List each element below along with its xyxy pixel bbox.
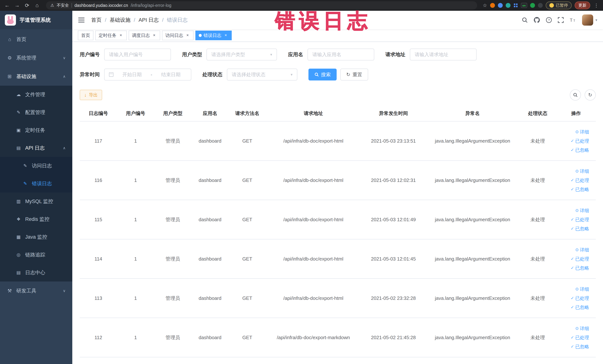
github-icon[interactable] xyxy=(533,17,540,23)
refresh-icon: ↻ xyxy=(588,92,592,98)
tab-error-logs[interactable]: 错误日志 × xyxy=(195,31,232,40)
gear-icon: ⚙ xyxy=(7,55,13,61)
back-icon[interactable]: ← xyxy=(4,2,10,8)
detail-link[interactable]: ⊙详细 xyxy=(575,208,589,214)
tab-access-logs[interactable]: 访问日志 × xyxy=(162,31,194,40)
help-icon[interactable]: ? xyxy=(546,17,552,23)
mark-processed-link[interactable]: ✓已处理 xyxy=(571,177,589,183)
extension-on-badge[interactable]: on xyxy=(521,3,527,8)
user-menu[interactable]: ▾ xyxy=(582,14,597,26)
sidebar-item-label: 配置管理 xyxy=(25,109,45,116)
detail-link[interactable]: ⊙详细 xyxy=(575,129,589,135)
mark-ignored-link[interactable]: ✓已忽略 xyxy=(571,147,589,153)
breadcrumb-item[interactable]: 首页 xyxy=(91,16,102,23)
extension-icon-teal[interactable] xyxy=(506,3,510,8)
cell-log-id: 117 xyxy=(80,121,117,161)
mark-processed-link[interactable]: ✓已处理 xyxy=(571,295,589,301)
export-button[interactable]: ↓ 导出 xyxy=(80,90,102,100)
request-url-input[interactable] xyxy=(410,48,476,60)
detail-link[interactable]: ⊙详细 xyxy=(575,286,589,292)
sidebar-item-label: 链路追踪 xyxy=(25,251,45,258)
user-id-input[interactable] xyxy=(104,48,171,60)
sidebar-item-error-logs[interactable]: ✎ 错误日志 xyxy=(0,175,72,192)
check-icon: ✓ xyxy=(571,148,574,152)
sidebar-item-dev-tools[interactable]: ⚒ 研发工具 ∨ xyxy=(0,282,72,300)
font-size-icon[interactable]: TT xyxy=(569,17,577,23)
active-tab-dot xyxy=(199,34,202,37)
toggle-search-button[interactable] xyxy=(570,89,581,101)
paused-chip-label: 已暂停 xyxy=(556,3,568,8)
check-icon: ✓ xyxy=(571,266,574,270)
mark-processed-link[interactable]: ✓已处理 xyxy=(571,256,589,262)
detail-link[interactable]: ⊙详细 xyxy=(575,247,589,253)
forward-icon[interactable]: → xyxy=(14,2,20,8)
user-id-field[interactable] xyxy=(109,52,166,58)
browser-home-icon[interactable]: ⌂ xyxy=(34,2,40,8)
search-icon[interactable] xyxy=(522,17,528,23)
tab-home[interactable]: 首页 xyxy=(78,31,93,40)
sidebar-item-redis-monitor[interactable]: ❖ Redis 监控 xyxy=(0,210,72,228)
sidebar-item-file-management[interactable]: ☁ 文件管理 xyxy=(0,86,72,104)
browser-menu-icon[interactable]: ⋮ xyxy=(593,3,600,8)
sidebar-item-infrastructure[interactable]: ⊞ 基础设施 ∧ xyxy=(0,67,72,86)
detail-link[interactable]: ⊙详细 xyxy=(575,325,589,331)
sidebar-item-link-tracing[interactable]: ◎ 链路追踪 xyxy=(0,246,72,264)
fullscreen-icon[interactable] xyxy=(557,17,564,23)
breadcrumb-item[interactable]: 基础设施 xyxy=(110,16,130,23)
mark-ignored-link[interactable]: ✓已忽略 xyxy=(571,304,589,310)
sidebar-item-system-management[interactable]: ⚙ 系统管理 ∨ xyxy=(0,48,72,67)
close-icon[interactable]: × xyxy=(152,33,157,38)
detail-link[interactable]: ⊙详细 xyxy=(575,168,589,174)
reload-icon[interactable]: ⟳ xyxy=(24,2,30,9)
mark-processed-link[interactable]: ✓已处理 xyxy=(571,217,589,223)
search-button[interactable]: 搜索 xyxy=(308,69,337,81)
mark-ignored-link[interactable]: ✓已忽略 xyxy=(571,344,589,350)
extension-icon-green[interactable] xyxy=(530,3,535,8)
sidebar-logo[interactable]: 芋道管理系统 xyxy=(0,11,72,29)
table-row: 113 1 管理员 dashboard GET /api/infra/db-do… xyxy=(80,279,596,318)
reset-button[interactable]: ↻ 重置 xyxy=(340,69,368,81)
hamburger-icon[interactable] xyxy=(78,18,84,23)
user-type-select[interactable]: 请选择用户类型 ▾ xyxy=(207,48,277,60)
mark-ignored-link[interactable]: ✓已忽略 xyxy=(571,226,589,232)
mark-processed-link[interactable]: ✓已处理 xyxy=(571,335,589,341)
sidebar-item-access-logs[interactable]: ✎ 访问日志 xyxy=(0,157,72,175)
cell-user-id: 1 xyxy=(117,161,154,200)
close-icon[interactable]: × xyxy=(223,33,228,38)
bookmark-star-icon[interactable]: ☆ xyxy=(483,3,487,8)
sidebar-item-java-monitor[interactable]: ▦ Java 监控 xyxy=(0,228,72,246)
sidebar-item-home[interactable]: ⌂ 首页 xyxy=(0,30,72,48)
col-header-exception: 异常名 xyxy=(426,106,519,121)
request-url-field[interactable] xyxy=(415,52,472,58)
address-bar[interactable]: ⚠ 不安全 dashboard.yudao.iocoder.cn/infra/l… xyxy=(46,1,477,10)
sidebar-item-config-management[interactable]: ✎ 配置管理 xyxy=(0,104,72,121)
tab-schedule-logs[interactable]: 调度日志 × xyxy=(129,31,160,40)
date-range-picker[interactable]: 开始日期 - 结束日期 xyxy=(104,69,191,81)
col-header-method: 请求方法名 xyxy=(229,106,266,121)
extension-icon-grid[interactable] xyxy=(513,3,518,8)
process-status-select[interactable]: 请选择处理状态 ▾ xyxy=(227,69,297,81)
refresh-table-button[interactable]: ↻ xyxy=(585,89,596,101)
sidebar-item-mysql-monitor[interactable]: ▥ MySQL 监控 xyxy=(0,192,72,210)
sidebar-item-label: Java 监控 xyxy=(25,234,47,240)
sidebar-item-scheduled-tasks[interactable]: ▣ 定时任务 xyxy=(0,121,72,139)
close-icon[interactable]: × xyxy=(185,33,190,38)
update-button[interactable]: 更新 xyxy=(575,1,590,9)
close-icon[interactable]: × xyxy=(118,33,123,38)
mark-ignored-link[interactable]: ✓已忽略 xyxy=(571,186,589,192)
mark-processed-link[interactable]: ✓已处理 xyxy=(571,138,589,144)
extension-icon-dark[interactable] xyxy=(538,3,543,8)
app-name-field[interactable] xyxy=(312,52,370,58)
sidebar-item-api-logs[interactable]: ▤ API 日志 ∧ xyxy=(0,139,72,157)
paused-chip[interactable]: 已暂停 xyxy=(546,1,572,9)
app-name-input[interactable] xyxy=(308,48,374,60)
tab-scheduled-tasks[interactable]: 定时任务 × xyxy=(95,31,127,40)
sidebar-menu: ⌂ 首页 ⚙ 系统管理 ∨ ⊞ 基础设施 ∧ ☁ 文件管理 ✎ 配置管理 xyxy=(0,29,72,364)
breadcrumb-item[interactable]: API 日志 xyxy=(139,16,159,23)
mark-ignored-link[interactable]: ✓已忽略 xyxy=(571,265,589,271)
extension-icon-blue-drop[interactable] xyxy=(498,3,503,8)
cell-user-id: 1 xyxy=(117,318,154,357)
view-icon: ⊙ xyxy=(575,169,579,173)
extension-icon-orange[interactable] xyxy=(490,3,495,8)
sidebar-item-log-center[interactable]: ▤ 日志中心 xyxy=(0,264,72,282)
